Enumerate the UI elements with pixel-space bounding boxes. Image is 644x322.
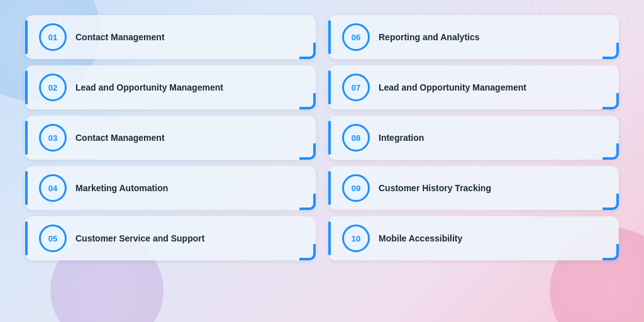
badge-09: 09 (342, 174, 370, 202)
card-label-04: Marketing Automation (75, 182, 168, 194)
card-item-06: 06Reporting and Analytics (328, 15, 619, 59)
card-item-08: 08Integration (328, 116, 619, 160)
card-label-03: Contact Management (75, 132, 165, 144)
card-label-09: Customer History Tracking (379, 182, 491, 194)
badge-01: 01 (39, 23, 67, 51)
badge-08: 08 (342, 124, 370, 152)
card-item-03: 03Contact Management (25, 116, 316, 160)
badge-03: 03 (39, 124, 67, 152)
card-item-10: 10Mobile Accessibility (328, 216, 619, 260)
card-item-02: 02Lead and Opportunity Management (25, 65, 316, 109)
card-label-06: Reporting and Analytics (379, 31, 480, 43)
card-label-02: Lead and Opportunity Management (75, 82, 223, 94)
badge-02: 02 (39, 74, 67, 101)
card-item-05: 05Customer Service and Support (25, 216, 316, 260)
badge-06: 06 (342, 23, 370, 51)
column-left: 01Contact Management02Lead and Opportuni… (25, 15, 316, 307)
card-label-07: Lead and Opportunity Management (379, 82, 526, 94)
badge-05: 05 (39, 225, 67, 252)
main-content: 01Contact Management02Lead and Opportuni… (0, 0, 644, 322)
card-label-01: Contact Management (75, 31, 165, 43)
card-item-09: 09Customer History Tracking (328, 166, 619, 210)
card-label-05: Customer Service and Support (75, 233, 204, 245)
card-item-07: 07Lead and Opportunity Management (328, 65, 619, 109)
card-label-08: Integration (379, 132, 424, 144)
badge-04: 04 (39, 174, 67, 202)
card-label-10: Mobile Accessibility (379, 233, 462, 245)
column-right: 06Reporting and Analytics07Lead and Oppo… (328, 15, 619, 307)
badge-10: 10 (342, 225, 370, 252)
badge-07: 07 (342, 74, 370, 101)
card-item-04: 04Marketing Automation (25, 166, 316, 210)
card-item-01: 01Contact Management (25, 15, 316, 59)
